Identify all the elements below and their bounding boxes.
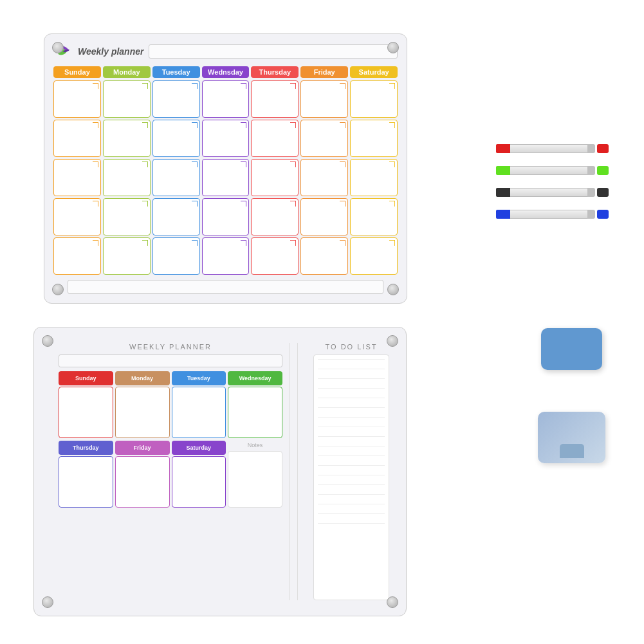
cal-cell[interactable] xyxy=(251,80,299,118)
day-header-sunday: Sunday xyxy=(53,66,101,78)
cal-cell[interactable] xyxy=(103,237,151,275)
cal-cell[interactable] xyxy=(350,159,398,196)
cal-cell[interactable] xyxy=(53,159,101,196)
bolt-bottom-tr xyxy=(387,335,398,347)
section-divider xyxy=(297,343,298,600)
day-header-wednesday: Wednsday xyxy=(202,66,250,78)
cal-cell[interactable] xyxy=(53,198,101,235)
cal-cell[interactable] xyxy=(103,159,151,196)
cal-cell[interactable] xyxy=(103,198,151,235)
marker-cap-green xyxy=(597,166,609,175)
marker-end-black xyxy=(587,188,595,197)
cal-cell[interactable] xyxy=(300,159,348,196)
cal-cell[interactable] xyxy=(103,120,151,157)
cal-cell[interactable] xyxy=(53,80,101,118)
planner-header: Weekly planner xyxy=(53,42,398,61)
cal-cell[interactable] xyxy=(251,120,299,157)
cal-cell[interactable] xyxy=(350,80,398,118)
bolt-bottom-bl xyxy=(42,596,53,608)
b-cell-saturday[interactable] xyxy=(172,456,226,508)
cal-row-4 xyxy=(53,198,398,235)
b-cell-notes[interactable] xyxy=(228,451,282,508)
week-title-input[interactable] xyxy=(59,354,282,367)
cal-cell[interactable] xyxy=(350,198,398,235)
weekly-section-title: WEEKLY PLANNER xyxy=(59,343,282,351)
todo-line xyxy=(318,455,385,456)
markers-area xyxy=(496,142,609,221)
cal-cell[interactable] xyxy=(350,120,398,157)
b-cell-wednesday[interactable] xyxy=(228,387,282,438)
calendar-grid xyxy=(53,80,398,275)
planner-title: Weekly planner xyxy=(78,46,143,57)
todo-line xyxy=(318,407,385,408)
cal-cell[interactable] xyxy=(202,159,250,196)
b-cell-tuesday[interactable] xyxy=(172,387,226,438)
todo-line xyxy=(318,494,385,495)
cal-cell[interactable] xyxy=(202,120,250,157)
cal-cell[interactable] xyxy=(152,198,200,235)
marker-end-blue xyxy=(587,210,595,219)
todo-line xyxy=(318,378,385,379)
cal-cell[interactable] xyxy=(152,120,200,157)
cal-cell[interactable] xyxy=(152,237,200,275)
b-header-saturday: Saturday xyxy=(172,441,226,455)
day-headers-row: Sunday Monday Tuesday Wednsday Thursday … xyxy=(53,66,398,78)
bolt-bottom-br xyxy=(387,596,398,608)
todo-line xyxy=(318,359,385,360)
day-header-monday: Monday xyxy=(103,66,151,78)
b-cell-friday[interactable] xyxy=(115,456,170,508)
cal-cell[interactable] xyxy=(251,198,299,235)
title-input-line[interactable] xyxy=(149,44,398,59)
cal-cell[interactable] xyxy=(251,159,299,196)
red-marker xyxy=(496,142,609,156)
cal-row-3 xyxy=(53,159,398,196)
todo-section: TO DO LIST xyxy=(306,343,389,600)
col-saturday: Saturday xyxy=(172,441,226,508)
marker-holder xyxy=(538,412,605,463)
cal-cell[interactable] xyxy=(152,80,200,118)
todo-content-area[interactable] xyxy=(313,354,389,600)
cal-cell[interactable] xyxy=(53,120,101,157)
b-header-thursday: Thursday xyxy=(59,441,113,455)
bottom-weekly-planner: WEEKLY PLANNER Sunday Monday Tuesday xyxy=(33,327,407,616)
b-cell-thursday[interactable] xyxy=(59,456,113,508)
b-header-monday: Monday xyxy=(115,371,170,385)
col-thursday: Thursday xyxy=(59,441,113,508)
marker-tip-blue xyxy=(496,210,510,219)
marker-body-blue xyxy=(510,210,587,219)
cal-cell[interactable] xyxy=(103,80,151,118)
cal-cell[interactable] xyxy=(202,80,250,118)
b-cell-monday[interactable] xyxy=(115,387,170,438)
cal-cell[interactable] xyxy=(202,198,250,235)
cal-cell[interactable] xyxy=(300,80,348,118)
cal-cell[interactable] xyxy=(300,120,348,157)
b-header-friday: Friday xyxy=(115,441,170,455)
todo-line xyxy=(318,465,385,466)
marker-end-green xyxy=(587,166,595,175)
bottom-notes-bar[interactable] xyxy=(68,280,383,294)
holder-notch xyxy=(560,444,584,458)
eraser xyxy=(541,328,602,370)
todo-line xyxy=(318,475,385,475)
b-cell-sunday[interactable] xyxy=(59,387,113,438)
cal-cell[interactable] xyxy=(350,237,398,275)
todo-line xyxy=(318,436,385,437)
col-tuesday: Tuesday xyxy=(172,371,226,438)
day-header-saturday: Saturday xyxy=(350,66,398,78)
bolt-bottom-tl xyxy=(42,335,53,347)
marker-tip-green xyxy=(496,166,510,175)
todo-line xyxy=(318,417,385,418)
b-header-sunday: Sunday xyxy=(59,371,113,385)
cal-cell[interactable] xyxy=(53,237,101,275)
cal-cell[interactable] xyxy=(202,237,250,275)
cal-row-2 xyxy=(53,120,398,157)
cal-cell[interactable] xyxy=(251,237,299,275)
bolt-bottom-left xyxy=(52,284,64,295)
black-marker xyxy=(496,185,609,199)
cal-cell[interactable] xyxy=(300,198,348,235)
cal-cell[interactable] xyxy=(152,159,200,196)
day-header-tuesday: Tuesday xyxy=(152,66,200,78)
marker-cap-black xyxy=(597,188,609,197)
marker-tip-black xyxy=(496,188,510,197)
cal-cell[interactable] xyxy=(300,237,348,275)
